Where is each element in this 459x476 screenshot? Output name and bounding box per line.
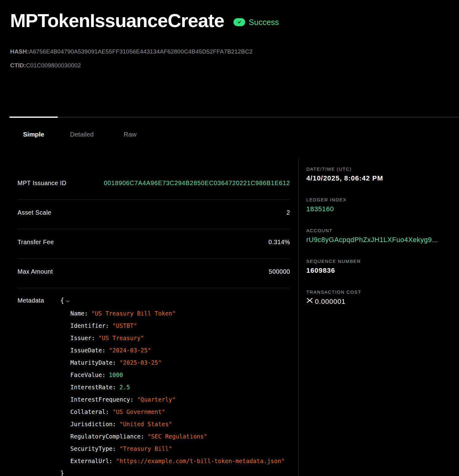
json-key: IssueDate:: [70, 347, 105, 354]
row-value: 500000: [269, 268, 290, 275]
json-value: "United States": [120, 421, 172, 427]
json-value: "US Treasury Bill Token": [91, 310, 176, 317]
sidebar-value: 0.000001: [306, 297, 459, 306]
hash-value: A6756E4B04790A539091AE55FF31056E443134AF…: [29, 48, 253, 55]
json-value: "US Government": [112, 408, 165, 415]
hash-line: HASH:A6756E4B04790A539091AE55FF31056E443…: [10, 48, 459, 55]
content-area: MPT Issuance ID 0018906C7A4A96E73C294B28…: [0, 158, 459, 476]
json-value: "SEC Regulations": [147, 433, 207, 440]
metadata-label: Metadata: [18, 297, 60, 304]
json-entry: Name:"US Treasury Bill Token": [70, 307, 290, 319]
tab-bar: SimpleDetailedRaw: [0, 117, 459, 158]
sidebar-section: LEDGER INDEX 1835160: [306, 197, 459, 213]
tabs-row: SimpleDetailedRaw: [10, 117, 459, 158]
sidebar-value[interactable]: rU9c8yGAcpqdPhZxJH1LXFuo4Xekyg9...: [306, 236, 459, 244]
check-icon: [233, 18, 245, 26]
summary-sidebar: DATE/TIME (UTC) 4/10/2025, 8:06:42 PM LE…: [299, 158, 459, 476]
json-entry: Issuer:"US Treasury": [70, 332, 290, 344]
json-entry: InterestRate:2.5: [70, 381, 290, 393]
metadata-section: Metadata { Name:"US Treasury Bill Token"…: [18, 288, 290, 476]
status-text: Success: [249, 18, 279, 27]
json-entry: ExternalUrl:"https://example.com/t-bill-…: [70, 455, 290, 467]
tab-detailed[interactable]: Detailed: [58, 117, 106, 158]
json-key: FaceValue:: [70, 371, 105, 378]
tab-simple[interactable]: Simple: [10, 117, 58, 158]
transaction-cost-value: 0.000001: [315, 297, 346, 306]
sidebar-label: ACCOUNT: [306, 228, 459, 233]
row-label: Max Amount: [18, 268, 53, 275]
json-key: ExternalUrl:: [70, 458, 112, 464]
row-value: 0.314%: [269, 238, 290, 246]
json-entry: Identifier:"USTBT": [70, 319, 290, 332]
json-entry: IssueDate:"2024-03-25": [70, 344, 290, 356]
json-key: Name:: [70, 310, 88, 317]
json-key: Jurisdiction:: [70, 421, 116, 427]
hash-label: HASH:: [10, 48, 29, 55]
detail-rows: MPT Issuance ID 0018906C7A4A96E73C294B28…: [18, 158, 290, 288]
row-value[interactable]: 0018906C7A4A96E73C294B2850EC0364720221C9…: [104, 179, 290, 187]
json-value: 2.5: [120, 384, 130, 391]
detail-row: Transfer Fee 0.314%: [18, 229, 290, 259]
sidebar-section: SEQUENCE NUMBER 1609836: [306, 259, 459, 275]
status-badge: Success: [233, 18, 279, 27]
active-tab-indicator: [10, 117, 58, 118]
json-value: "2024-03-25": [109, 347, 151, 354]
row-label: Asset Scale: [18, 209, 51, 216]
simple-panel: MPT Issuance ID 0018906C7A4A96E73C294B28…: [0, 158, 299, 476]
metadata-close-brace: }: [60, 467, 290, 476]
detail-row: MPT Issuance ID 0018906C7A4A96E73C294B28…: [18, 158, 290, 200]
json-key: InterestRate:: [70, 384, 116, 391]
json-key: MaturityDate:: [70, 359, 116, 366]
json-key: Identifier:: [70, 322, 109, 329]
json-value: "https://example.com/t-bill-token-metada…: [116, 458, 284, 464]
json-key: RegulatoryCompliance:: [70, 433, 144, 440]
metadata-json: Name:"US Treasury Bill Token" Identifier…: [70, 307, 290, 467]
json-entry: Collateral:"US Government": [70, 406, 290, 418]
json-value: "Treasury Bill": [120, 445, 172, 452]
transaction-page: MPTokenIssuanceCreate Success HASH:A6756…: [0, 0, 459, 476]
json-key: Issuer:: [70, 335, 95, 341]
ctid-line: CTID:C01C009800030002: [10, 62, 459, 69]
row-value: 2: [286, 209, 290, 216]
title-row: MPTokenIssuanceCreate Success: [10, 10, 459, 31]
json-value: "2025-03-25": [120, 359, 162, 366]
json-key: Collateral:: [70, 408, 109, 415]
json-value: "Quarterly": [137, 396, 176, 403]
json-entry: SecurityType:"Treasury Bill": [70, 442, 290, 455]
sidebar-value: 1609836: [306, 266, 459, 275]
metadata-header: Metadata {: [18, 297, 290, 304]
transaction-header: MPTokenIssuanceCreate Success HASH:A6756…: [0, 0, 459, 69]
sidebar-section: DATE/TIME (UTC) 4/10/2025, 8:06:42 PM: [306, 167, 459, 182]
page-title: MPTokenIssuanceCreate: [10, 10, 224, 31]
sidebar-value[interactable]: 1835160: [306, 205, 459, 213]
sidebar-label: TRANSACTION COST: [306, 290, 459, 295]
json-entry: FaceValue:1000: [70, 369, 290, 381]
sidebar-label: DATE/TIME (UTC): [306, 167, 459, 172]
ctid-value: C01C009800030002: [26, 62, 81, 69]
row-label: MPT Issuance ID: [18, 179, 66, 187]
json-value: 1000: [109, 371, 123, 378]
json-key: InterestFrequency:: [70, 396, 134, 403]
row-label: Transfer Fee: [18, 238, 54, 246]
json-entry: MaturityDate:"2025-03-25": [70, 356, 290, 369]
json-entry: RegulatoryCompliance:"SEC Regulations": [70, 430, 290, 442]
detail-row: Max Amount 500000: [18, 259, 290, 288]
json-value: "US Treasury": [98, 335, 144, 341]
chevron-down-icon[interactable]: [66, 299, 70, 304]
json-value: "USTBT": [112, 322, 137, 329]
xrp-icon: [306, 297, 313, 306]
sidebar-section: ACCOUNT rU9c8yGAcpqdPhZxJH1LXFuo4Xekyg9.…: [306, 228, 459, 244]
sidebar-label: SEQUENCE NUMBER: [306, 259, 459, 264]
sidebar-value: 4/10/2025, 8:06:42 PM: [306, 174, 459, 182]
ctid-label: CTID:: [10, 62, 26, 69]
hash-block: HASH:A6756E4B04790A539091AE55FF31056E443…: [10, 48, 459, 69]
sidebar-label: LEDGER INDEX: [306, 197, 459, 202]
detail-row: Asset Scale 2: [18, 200, 290, 229]
tab-divider: [10, 117, 459, 117]
json-entry: InterestFrequency:"Quarterly": [70, 393, 290, 406]
sidebar-section: TRANSACTION COST 0.000001: [306, 290, 459, 306]
metadata-open-brace: {: [60, 297, 64, 304]
json-key: SecurityType:: [70, 445, 116, 452]
tab-raw[interactable]: Raw: [106, 117, 154, 158]
json-entry: Jurisdiction:"United States": [70, 418, 290, 430]
